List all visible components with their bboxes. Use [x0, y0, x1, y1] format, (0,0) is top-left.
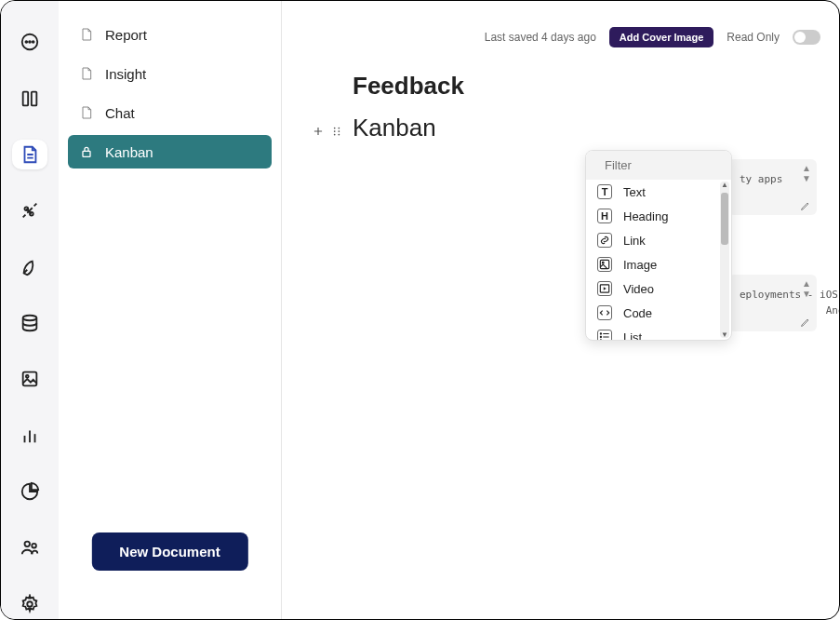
content-card[interactable]: eployments - iOS and Android app. Androi…	[728, 275, 817, 331]
dropdown-item-label: Heading	[623, 209, 668, 223]
document-list: Report Insight Chat Kanban	[68, 18, 272, 168]
rail-chat[interactable]	[12, 27, 47, 57]
bar-chart-icon	[20, 425, 40, 446]
dropdown-item-link[interactable]: Link	[586, 228, 731, 252]
dropdown-item-label: Link	[623, 234, 646, 248]
last-saved-text: Last saved 4 days ago	[485, 31, 596, 44]
users-icon	[20, 537, 40, 558]
rail-columns[interactable]	[12, 83, 47, 113]
dropdown-item-code[interactable]: Code	[586, 301, 731, 325]
rail-plugin[interactable]	[12, 195, 47, 225]
sidebar-item-insight[interactable]: Insight	[68, 57, 272, 90]
document-body: Feedback Kanban	[282, 1, 839, 142]
image-icon	[597, 257, 612, 272]
sidebar-item-label: Insight	[105, 66, 146, 82]
dropdown-item-image[interactable]: Image	[586, 252, 731, 276]
svg-rect-4	[23, 91, 29, 105]
rail-image[interactable]	[12, 364, 47, 394]
chat-bubble-icon	[20, 32, 40, 52]
svg-point-16	[25, 542, 31, 547]
code-icon	[597, 305, 612, 320]
svg-point-37	[600, 333, 601, 334]
video-icon	[597, 281, 612, 296]
svg-point-22	[334, 128, 336, 129]
chevron-down-icon[interactable]: ▼	[802, 173, 811, 183]
dropdown-search	[586, 151, 731, 180]
svg-rect-5	[32, 91, 37, 105]
file-icon	[79, 26, 94, 43]
filter-input[interactable]	[605, 158, 732, 172]
heading-icon: H	[597, 209, 612, 223]
rail-users[interactable]	[12, 532, 47, 562]
svg-rect-30	[600, 260, 608, 268]
svg-marker-33	[604, 287, 607, 290]
svg-point-23	[334, 130, 336, 132]
content-cards: ty apps ▲ ▼ eployments - iOS and Android…	[728, 159, 817, 331]
topbar: Last saved 4 days ago Add Cover Image Re…	[485, 27, 820, 47]
readonly-label: Read Only	[727, 31, 780, 44]
drag-handle-icon[interactable]	[330, 125, 343, 138]
content-card[interactable]: ty apps ▲ ▼	[728, 159, 817, 215]
add-cover-image-button[interactable]: Add Cover Image	[609, 27, 713, 47]
add-block-icon[interactable]	[312, 125, 325, 138]
svg-point-8	[25, 208, 29, 211]
dropdown-item-label: Image	[623, 258, 657, 272]
svg-point-31	[602, 262, 604, 263]
rocket-icon	[20, 257, 40, 277]
dropdown-item-label: Video	[623, 282, 654, 296]
rail-document[interactable]	[12, 140, 47, 169]
svg-point-38	[600, 336, 601, 337]
columns-icon	[20, 88, 40, 109]
lock-icon	[79, 143, 94, 160]
svg-rect-19	[83, 151, 90, 156]
svg-point-12	[26, 375, 29, 378]
svg-point-25	[338, 128, 340, 129]
dropdown-item-label: Code	[623, 306, 652, 320]
svg-point-39	[600, 340, 601, 341]
sidebar-item-label: Report	[105, 27, 147, 43]
rail-database[interactable]	[12, 308, 47, 338]
readonly-toggle[interactable]	[793, 30, 820, 45]
rail-rocket[interactable]	[12, 251, 47, 281]
edit-icon[interactable]	[800, 317, 811, 328]
app-frame: Report Insight Chat Kanban New Document …	[0, 0, 840, 620]
card-scroll-controls[interactable]: ▲ ▼	[802, 163, 811, 183]
dropdown-item-list[interactable]: List	[586, 325, 731, 341]
dropdown-item-video[interactable]: Video	[586, 276, 731, 301]
dropdown-list: T Text H Heading Link Image Video	[586, 180, 731, 340]
svg-point-24	[334, 134, 336, 136]
pie-chart-icon	[20, 481, 40, 502]
sidebar-item-kanban[interactable]: Kanban	[68, 135, 272, 168]
svg-point-10	[23, 316, 37, 321]
dropdown-item-text[interactable]: T Text	[586, 180, 731, 204]
card-scroll-controls[interactable]: ▲ ▼	[802, 278, 811, 299]
database-icon	[20, 313, 40, 333]
chevron-up-icon[interactable]: ▲	[802, 163, 811, 173]
rail-settings[interactable]	[12, 589, 47, 619]
dropdown-item-heading[interactable]: H Heading	[586, 204, 731, 228]
new-document-button[interactable]: New Document	[91, 532, 247, 571]
file-icon	[79, 65, 94, 82]
rail-pie[interactable]	[12, 477, 47, 506]
svg-point-26	[338, 130, 340, 132]
document-icon	[20, 144, 40, 165]
sidebar-item-chat[interactable]: Chat	[68, 96, 272, 129]
block-title[interactable]: Kanban	[353, 114, 436, 142]
edit-icon[interactable]	[800, 200, 811, 211]
chevron-down-icon[interactable]: ▼	[802, 289, 811, 299]
dropdown-scrollbar[interactable]	[720, 182, 729, 338]
list-icon	[597, 330, 612, 341]
svg-point-2	[29, 41, 31, 43]
rail-analytics[interactable]	[12, 421, 47, 451]
text-icon: T	[597, 184, 612, 199]
sidebar-item-report[interactable]: Report	[68, 18, 272, 51]
svg-point-3	[33, 41, 34, 43]
insert-block-dropdown: T Text H Heading Link Image Video	[585, 150, 732, 341]
chevron-up-icon[interactable]: ▲	[802, 278, 811, 289]
link-icon	[597, 233, 612, 248]
svg-rect-11	[23, 372, 37, 386]
scrollbar-thumb[interactable]	[721, 193, 728, 245]
svg-point-1	[25, 41, 27, 43]
main-content: Last saved 4 days ago Add Cover Image Re…	[282, 1, 839, 619]
image-icon	[20, 369, 40, 389]
